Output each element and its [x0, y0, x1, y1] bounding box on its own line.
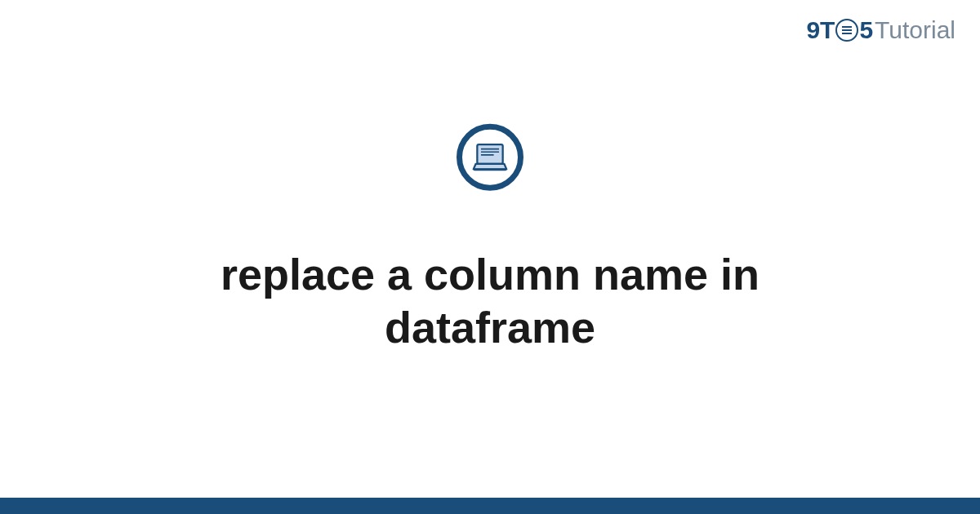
svg-rect-7: [474, 168, 506, 171]
logo-text-5: 5: [859, 16, 873, 44]
footer-bar: [0, 498, 980, 514]
logo-text-tutorial: Tutorial: [875, 16, 956, 44]
svg-rect-3: [477, 144, 502, 164]
laptop-icon-circle: [457, 124, 523, 191]
site-logo: 9T 5 Tutorial: [806, 16, 956, 44]
page-title: replace a column name in dataframe: [122, 248, 858, 354]
laptop-icon: [471, 141, 509, 174]
main-content: replace a column name in dataframe: [0, 124, 980, 354]
logo-text-9t: 9T: [806, 16, 835, 44]
logo-circle-icon: [835, 19, 858, 42]
